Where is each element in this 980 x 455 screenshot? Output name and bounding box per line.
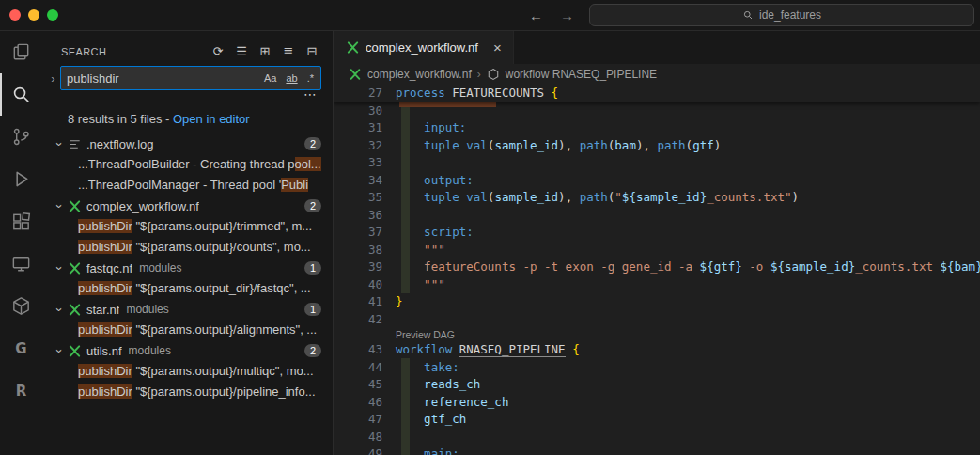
activity-extensions-button[interactable] xyxy=(0,200,42,243)
activity-r-language-button[interactable]: R xyxy=(0,369,42,412)
code-line[interactable]: 34 output: xyxy=(334,172,980,190)
line-number: 40 xyxy=(334,276,396,294)
partial-match-highlight xyxy=(399,102,496,107)
search-details-row: ⋯ xyxy=(42,90,333,102)
file-result-row[interactable]: ›fastqc.nfmodules1 xyxy=(42,258,333,278)
match-case-icon[interactable]: Aa xyxy=(261,71,279,85)
chevron-down-icon[interactable]: › xyxy=(52,137,67,151)
activity-explorer-button[interactable] xyxy=(0,31,42,73)
match-result-row[interactable]: publishDir "${params.output}/counts", mo… xyxy=(42,237,333,258)
code-line[interactable]: 46 reference_ch xyxy=(334,394,980,412)
code-token: ) xyxy=(791,190,799,204)
sticky-scroll-line[interactable]: 27process FEATURECOUNTS { xyxy=(334,85,980,102)
code-line[interactable]: 42 xyxy=(334,311,980,329)
match-highlight: publishDir xyxy=(78,364,132,378)
breadcrumb-symbol[interactable]: workflow RNASEQ_PIPELINE xyxy=(506,68,657,81)
refresh-icon[interactable]: ⟳ xyxy=(210,44,226,58)
code-editor[interactable]: 27process FEATURECOUNTS { 3031 input:32 … xyxy=(334,85,980,455)
code-token: input: xyxy=(396,120,466,134)
match-result-row[interactable]: ...ThreadPoolManager - Thread pool 'Publ… xyxy=(42,175,333,196)
line-number: 43 xyxy=(334,341,396,359)
code-token: workflow xyxy=(396,342,459,356)
file-result-row[interactable]: ›.nextflow.log2 xyxy=(42,133,333,154)
code-token: _counts.txt" xyxy=(707,190,791,204)
match-result-row[interactable]: publishDir "${params.output_dir}/fastqc"… xyxy=(42,278,333,299)
vscode-window: ← → ide_features GR SEARCH ⟳☰⊞≣⊟ › Aaab.… xyxy=(0,0,980,455)
code-line[interactable]: 33 xyxy=(334,154,980,172)
toggle-replace-button[interactable]: › xyxy=(46,71,60,86)
code-line[interactable]: 44 take: xyxy=(334,359,980,377)
search-input[interactable] xyxy=(67,71,261,86)
activity-source-control-button[interactable] xyxy=(0,116,42,158)
open-in-editor-link[interactable]: Open in editor xyxy=(173,112,250,126)
code-line[interactable]: 37 script: xyxy=(334,224,980,242)
match-after: "${params.output}/counts", mo... xyxy=(132,240,311,254)
code-line[interactable]: 48 xyxy=(334,429,980,447)
search-sidebar: SEARCH ⟳☰⊞≣⊟ › Aaab.* ⋯ 8 results in 5 f… xyxy=(42,31,334,455)
code-token: sample_id xyxy=(494,190,558,204)
back-button[interactable]: ← xyxy=(529,8,543,24)
activity-run-debug-button[interactable] xyxy=(0,158,42,200)
nextflow-file-icon xyxy=(67,343,82,358)
file-result-row[interactable]: ›utils.nfmodules2 xyxy=(42,340,333,361)
code-line[interactable]: 40 """ xyxy=(334,276,980,294)
match-result-row[interactable]: publishDir "${params.output}/trimmed", m… xyxy=(42,216,333,237)
activity-search-button[interactable] xyxy=(0,73,42,116)
code-line[interactable]: 31 input: xyxy=(334,119,980,137)
nextflow-icon xyxy=(349,68,362,81)
forward-button[interactable]: → xyxy=(560,8,574,24)
line-number: 32 xyxy=(334,137,396,155)
minimize-window-button[interactable] xyxy=(28,9,39,21)
tab-bar: complex_workflow.nf × xyxy=(334,31,980,64)
file-result-row[interactable]: ›star.nfmodules1 xyxy=(42,299,333,320)
code-line[interactable]: 27process FEATURECOUNTS { xyxy=(334,85,980,102)
activity-remote-explorer-button[interactable] xyxy=(0,243,42,285)
line-number: 37 xyxy=(334,224,396,242)
view-as-list-icon[interactable]: ≣ xyxy=(281,44,296,58)
line-content: workflow RNASEQ_PIPELINE { xyxy=(396,341,580,359)
match-result-row[interactable]: publishDir "${params.output}/pipeline_in… xyxy=(42,382,333,402)
activity-gitlens-button[interactable]: G xyxy=(0,327,42,369)
code-line[interactable]: 43workflow RNASEQ_PIPELINE { xyxy=(334,341,980,359)
tab-complex-workflow[interactable]: complex_workflow.nf × xyxy=(334,31,514,64)
file-name: fastqc.nf xyxy=(86,261,132,275)
collapse-all-icon[interactable]: ⊟ xyxy=(304,44,319,58)
activity-containers-button[interactable] xyxy=(0,285,42,327)
results-summary: 8 results in 5 files - xyxy=(68,112,173,126)
close-window-button[interactable] xyxy=(9,9,21,21)
titlebar-search-box[interactable]: ide_features xyxy=(589,4,974,26)
chevron-down-icon[interactable]: › xyxy=(52,344,67,358)
code-line[interactable]: 38 """ xyxy=(334,242,980,259)
match-result-row[interactable]: publishDir "${params.output}/multiqc", m… xyxy=(42,361,333,382)
code-line[interactable]: 35 tuple val(sample_id), path("${sample_… xyxy=(334,189,980,207)
open-new-search-editor-icon[interactable]: ⊞ xyxy=(257,44,272,58)
code-token: ), xyxy=(636,138,658,152)
code-line[interactable]: 32 tuple val(sample_id), path(bam), path… xyxy=(334,137,980,155)
close-tab-icon[interactable]: × xyxy=(493,39,502,55)
code-line[interactable]: 36 xyxy=(334,207,980,225)
chevron-down-icon[interactable]: › xyxy=(52,303,67,317)
match-result-row[interactable]: ...ThreadPoolBuilder - Creating thread p… xyxy=(42,154,333,175)
use-regex-icon[interactable]: .* xyxy=(304,71,317,85)
code-line[interactable]: 47 gtf_ch xyxy=(334,411,980,429)
whole-word-icon[interactable]: ab xyxy=(283,71,300,85)
line-number xyxy=(334,328,396,341)
code-line[interactable]: 39 featureCounts -p -t exon -g gene_id -… xyxy=(334,259,980,276)
codelens-preview-dag-link[interactable]: Preview DAG xyxy=(396,328,455,341)
source-control-icon xyxy=(10,126,32,148)
chevron-down-icon[interactable]: › xyxy=(52,199,67,213)
breadcrumb-file[interactable]: complex_workflow.nf xyxy=(367,68,472,81)
code-line[interactable]: 45 reads_ch xyxy=(334,376,980,394)
search-icon xyxy=(10,84,32,105)
code-token: bam xyxy=(614,138,636,152)
code-token: val xyxy=(466,138,488,152)
match-result-row[interactable]: publishDir "${params.output}/alignments"… xyxy=(42,320,333,340)
code-line[interactable]: 41} xyxy=(334,293,980,311)
line-content: } xyxy=(396,293,403,311)
chevron-down-icon[interactable]: › xyxy=(52,261,67,275)
toggle-search-details-button[interactable]: ⋯ xyxy=(303,86,318,102)
file-result-row[interactable]: ›complex_workflow.nf2 xyxy=(42,196,333,216)
clear-search-results-icon[interactable]: ☰ xyxy=(234,44,249,58)
code-line[interactable]: 49 main: xyxy=(334,446,980,455)
zoom-window-button[interactable] xyxy=(47,9,58,21)
